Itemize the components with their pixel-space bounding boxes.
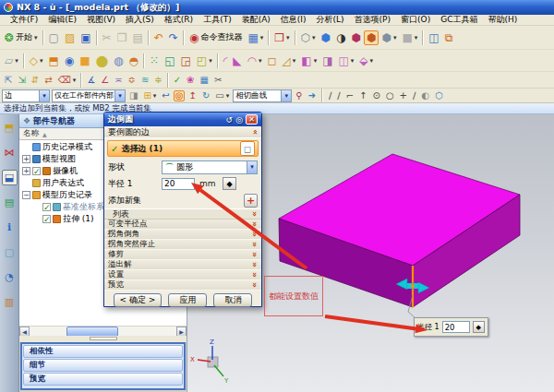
- snap-solid-button[interactable]: ⬡: [433, 90, 445, 101]
- scrollbar-track[interactable]: [30, 327, 176, 337]
- cycle-selection-button[interactable]: ↻: [200, 90, 211, 101]
- checkbox-icon[interactable]: ✓: [42, 203, 51, 211]
- intersect-button[interactable]: ◰▾: [194, 53, 215, 68]
- window-button[interactable]: ❒▾: [271, 30, 292, 45]
- chevron-double-up-icon[interactable]: »: [250, 129, 259, 135]
- highlight-snap-button[interactable]: ◎: [174, 90, 186, 101]
- dialog-options-button[interactable]: ◎: [235, 115, 243, 125]
- shell-button[interactable]: ◻: [265, 53, 280, 68]
- shaded-button[interactable]: ⬢: [319, 30, 333, 45]
- snap-arc-center-button[interactable]: ⊙: [370, 90, 381, 101]
- copy-button[interactable]: ❐: [114, 30, 130, 45]
- chevron-double-down-icon[interactable]: »: [250, 252, 259, 257]
- general-filters-button[interactable]: ◨: [127, 90, 139, 101]
- undo-button[interactable]: ↶: [151, 30, 166, 45]
- select-object-button[interactable]: ◻: [240, 141, 255, 156]
- molded-part-validation-button[interactable]: ❀: [184, 74, 197, 87]
- cancel-button[interactable]: 取消: [213, 293, 252, 307]
- menu-item[interactable]: 视图(V): [82, 15, 120, 26]
- chevron-double-down-icon[interactable]: »: [250, 272, 259, 278]
- snap-intersection-button[interactable]: ↑: [357, 90, 368, 101]
- tree-expander-icon[interactable]: +: [22, 167, 30, 175]
- chevron-double-down-icon[interactable]: »: [250, 262, 259, 267]
- menu-item[interactable]: 格式(R): [160, 15, 198, 26]
- shaded-with-edges-button[interactable]: ⬡▾: [298, 30, 319, 45]
- start-button[interactable]: ❂开始▾: [2, 30, 41, 45]
- split-body-button[interactable]: ◨: [319, 53, 335, 68]
- dialog-titlebar[interactable]: 边倒圆 ↺ ◎ ✕: [104, 113, 261, 126]
- web-browser-button[interactable]: ℹ: [2, 220, 18, 235]
- checkbox-icon[interactable]: ✓: [32, 167, 41, 175]
- highlight-lines-button[interactable]: ≋: [138, 74, 151, 87]
- dialog-close-button[interactable]: ✕: [246, 114, 258, 125]
- snap-control-point-button[interactable]: ⌐: [344, 90, 355, 101]
- sketch-button[interactable]: ▱▾: [2, 53, 21, 68]
- scroll-left-button[interactable]: ◀: [19, 327, 30, 337]
- chevron-double-down-icon[interactable]: »: [250, 242, 259, 247]
- scope-filter-combo[interactable]: 仅在工作部件内部▾: [52, 89, 126, 102]
- deselect-button[interactable]: ↩: [160, 90, 171, 101]
- cylinder-button[interactable]: ⬤: [93, 53, 111, 68]
- background-button[interactable]: ■▾: [399, 30, 420, 45]
- splitter-grip[interactable]: [90, 337, 117, 340]
- chevron-double-down-icon[interactable]: »: [250, 221, 259, 227]
- menu-item[interactable]: 装配(A): [237, 15, 275, 26]
- open-button[interactable]: ▨: [62, 30, 78, 45]
- edge-blend-button[interactable]: ◜: [221, 53, 231, 68]
- menu-item[interactable]: 分析(L): [312, 15, 349, 26]
- studio-render-button[interactable]: ⬢: [349, 30, 364, 45]
- new-button[interactable]: ▢: [46, 30, 62, 45]
- edit-section-button[interactable]: ✂: [211, 74, 224, 87]
- ok-button[interactable]: < 确定 >: [114, 293, 163, 307]
- section-analysis-button[interactable]: ≎: [126, 74, 138, 87]
- patch-button[interactable]: ⬙▾: [356, 53, 376, 68]
- add-new-set-button[interactable]: +: [244, 194, 258, 208]
- reuse-library-button[interactable]: ▤: [2, 195, 18, 210]
- delete-face-button[interactable]: ⌫▾: [55, 74, 79, 87]
- select-all-button[interactable]: ⊞▾: [141, 90, 158, 101]
- redo-button[interactable]: ↷: [166, 30, 181, 45]
- chevron-down-icon[interactable]: ▾: [247, 161, 257, 173]
- shape-combo[interactable]: ⌒ 圆形 ▾: [162, 160, 258, 174]
- constraint-navigator-button[interactable]: ⋈: [2, 145, 18, 160]
- chevron-double-down-icon[interactable]: »: [250, 211, 259, 217]
- block-button[interactable]: ■: [77, 53, 92, 68]
- cut-button[interactable]: ✂: [100, 30, 114, 45]
- tree-expander-icon[interactable]: −: [22, 191, 30, 199]
- chamfer-button[interactable]: ◣: [230, 53, 244, 68]
- stop-at-intersection-button[interactable]: ⚲: [294, 90, 304, 101]
- onscreen-formula-button[interactable]: ◆: [473, 321, 485, 333]
- snap-existing-point-button[interactable]: +: [398, 90, 409, 101]
- dialog-section[interactable]: 预览»: [104, 280, 261, 291]
- face-blend-button[interactable]: ◠▾: [245, 53, 265, 68]
- menu-item[interactable]: 帮助(H): [483, 15, 522, 26]
- unite-button[interactable]: ◱: [162, 53, 177, 68]
- follow-fillet-button[interactable]: ➜: [307, 90, 318, 101]
- wireframe-button[interactable]: ◑: [333, 30, 348, 45]
- chevron-double-down-icon[interactable]: »: [250, 282, 259, 288]
- chevron-down-icon[interactable]: ▾: [114, 90, 125, 101]
- snap-quadrant-button[interactable]: ○: [384, 90, 396, 101]
- chevron-down-icon[interactable]: ▾: [281, 90, 291, 101]
- revolve-button[interactable]: ◉: [62, 53, 77, 68]
- trim-body-button[interactable]: ◧▾: [298, 53, 319, 68]
- menu-item[interactable]: 文件(F): [6, 15, 42, 26]
- menu-item[interactable]: 信息(I): [276, 15, 311, 26]
- assign-materials-button[interactable]: ▦: [198, 74, 211, 87]
- move-face-button[interactable]: ⇱: [2, 74, 15, 87]
- snap-endpoint-button[interactable]: ∕: [327, 90, 333, 101]
- type-filter-combo[interactable]: 边▾: [2, 89, 50, 102]
- datum-plane-button[interactable]: ◇▾: [27, 53, 46, 68]
- pattern-feature-button[interactable]: ⁙: [147, 53, 162, 68]
- navigator-hscrollbar[interactable]: ◀ ▶: [19, 326, 187, 336]
- replace-face-button[interactable]: ⇄: [42, 74, 54, 87]
- save-button[interactable]: ▣: [78, 30, 93, 45]
- navigator-panel-bar[interactable]: 预览: [23, 373, 183, 386]
- panel-splitter[interactable]: [19, 336, 187, 342]
- partially-shaded-button[interactable]: ⬢▾: [379, 30, 399, 45]
- extrude-button[interactable]: ⬒: [46, 53, 62, 68]
- boss-button[interactable]: ◓: [126, 53, 141, 68]
- command-finder-button[interactable]: ◉命令查找器: [187, 30, 245, 45]
- roles-button[interactable]: ▥: [2, 294, 18, 310]
- onscreen-radius-field[interactable]: [442, 321, 470, 333]
